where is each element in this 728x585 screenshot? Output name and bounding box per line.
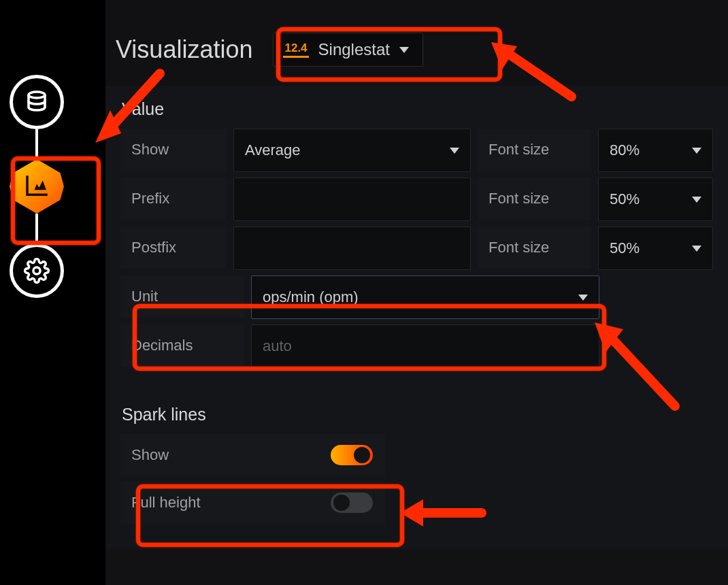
chevron-down-icon bbox=[692, 197, 701, 203]
viz-header-title: Visualization bbox=[116, 35, 252, 64]
chart-icon bbox=[22, 172, 51, 201]
toggle-spark-show[interactable] bbox=[331, 445, 373, 465]
options-panel: Value Show Average Font size 80% Prefix bbox=[105, 86, 728, 550]
row-show: Show Average Font size 80% bbox=[120, 129, 713, 172]
chevron-down-icon bbox=[692, 246, 701, 252]
database-icon bbox=[24, 90, 49, 114]
nav-queries[interactable] bbox=[10, 75, 64, 129]
editor-side-nav bbox=[10, 75, 64, 298]
select-postfix-fontsize[interactable]: 50% bbox=[598, 227, 713, 270]
visualization-picker[interactable]: 12.4 Singlestat bbox=[273, 33, 423, 67]
viz-picker-label: Singlestat bbox=[318, 40, 390, 59]
label-postfix: Postfix bbox=[120, 227, 227, 269]
select-unit-value: ops/min (opm) bbox=[263, 288, 359, 306]
input-decimals-placeholder: auto bbox=[263, 337, 292, 355]
input-prefix[interactable] bbox=[233, 178, 471, 221]
label-show-fontsize: Font size bbox=[478, 129, 591, 171]
toggle-spark-fullheight[interactable] bbox=[331, 492, 373, 513]
toggle-knob bbox=[333, 495, 350, 511]
label-postfix-fontsize: Font size bbox=[478, 227, 591, 269]
viz-picker-badge: 12.4 bbox=[283, 41, 308, 58]
select-prefix-fontsize[interactable]: 50% bbox=[598, 178, 713, 221]
label-prefix: Prefix bbox=[120, 178, 227, 220]
chevron-down-icon bbox=[692, 148, 701, 154]
label-prefix-fontsize: Font size bbox=[478, 178, 591, 220]
nav-connector bbox=[35, 129, 38, 159]
row-decimals: Decimals auto bbox=[120, 324, 713, 368]
editor-main: Visualization 12.4 Singlestat Value Show… bbox=[105, 0, 728, 585]
label-unit: Unit bbox=[120, 275, 244, 318]
row-prefix: Prefix Font size 50% bbox=[120, 178, 713, 221]
row-unit: Unit ops/min (opm) bbox=[120, 275, 713, 319]
label-spark-fullheight: Full height bbox=[131, 494, 201, 512]
nav-connector bbox=[35, 214, 38, 244]
select-prefix-fontsize-value: 50% bbox=[610, 190, 640, 208]
spark-section-title: Spark lines bbox=[122, 405, 713, 424]
select-postfix-fontsize-value: 50% bbox=[610, 239, 640, 257]
svg-point-0 bbox=[29, 92, 45, 98]
toggle-row-fullheight: Full height bbox=[120, 482, 385, 524]
value-section-title: Value bbox=[122, 99, 713, 119]
nav-settings[interactable] bbox=[10, 244, 64, 298]
select-unit[interactable]: ops/min (opm) bbox=[251, 275, 599, 319]
select-show-value: Average bbox=[245, 141, 301, 159]
visualization-header: Visualization 12.4 Singlestat bbox=[105, 0, 728, 86]
nav-visualization[interactable] bbox=[10, 159, 64, 214]
chevron-down-icon bbox=[399, 47, 409, 53]
select-show[interactable]: Average bbox=[233, 129, 471, 172]
label-show: Show bbox=[120, 129, 227, 171]
chevron-down-icon bbox=[450, 148, 459, 154]
input-decimals[interactable]: auto bbox=[251, 324, 599, 368]
label-decimals: Decimals bbox=[120, 324, 244, 367]
chevron-down-icon bbox=[578, 295, 588, 301]
toggle-knob bbox=[354, 447, 370, 463]
row-postfix: Postfix Font size 50% bbox=[120, 227, 713, 270]
toggle-row-show: Show bbox=[120, 434, 385, 476]
gear-icon bbox=[24, 258, 50, 284]
label-spark-show: Show bbox=[131, 446, 169, 464]
select-show-fontsize-value: 80% bbox=[610, 141, 640, 159]
input-postfix[interactable] bbox=[233, 227, 471, 270]
svg-point-1 bbox=[33, 267, 40, 274]
select-show-fontsize[interactable]: 80% bbox=[598, 129, 713, 172]
